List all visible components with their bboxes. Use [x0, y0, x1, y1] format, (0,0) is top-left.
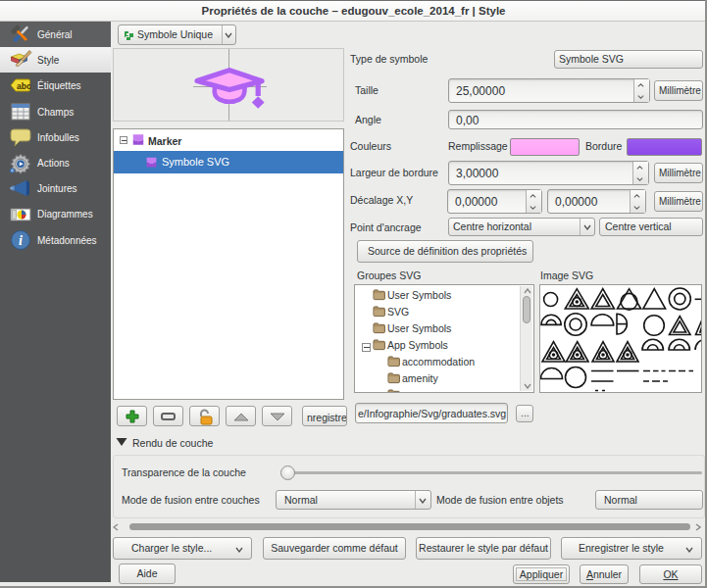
svg-text:i: i: [19, 233, 23, 248]
svg-text:abc: abc: [17, 81, 31, 91]
